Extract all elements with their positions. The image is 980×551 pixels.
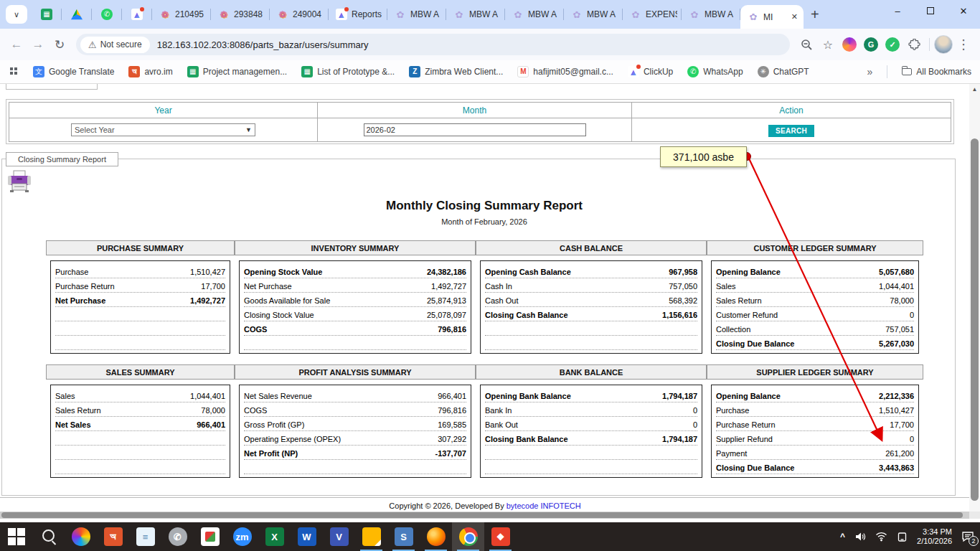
flower-icon: ✿	[512, 9, 524, 20]
browser-tab[interactable]: ✿ MBW A	[505, 0, 564, 29]
warning-icon: ⚠	[88, 39, 97, 50]
search-button[interactable]: SEARCH	[768, 125, 814, 137]
extensions-puzzle-icon[interactable]	[903, 39, 925, 51]
browser-tab[interactable]: ✿ MBW A	[446, 0, 505, 29]
bookmark-item[interactable]: ✆ WhatsApp	[687, 66, 743, 77]
taskbar-search-icon[interactable]	[32, 522, 65, 551]
extension-mail-icon[interactable]	[839, 37, 860, 52]
back-icon[interactable]: ←	[6, 37, 27, 52]
table-row: Sales 1,044,401	[716, 278, 914, 293]
taskbar-s-app-icon[interactable]: S	[387, 522, 420, 551]
new-tab-button[interactable]: +	[804, 6, 826, 23]
table-row: Opening Balance 2,212,336	[716, 388, 914, 402]
bookmark-item[interactable]: অ avro.im	[128, 66, 172, 77]
taskbar-notepad-icon[interactable]: ≡	[129, 522, 161, 551]
apps-grid-icon[interactable]	[10, 67, 13, 70]
bookmark-item[interactable]: ✳ ChatGPT	[758, 66, 809, 77]
vertical-scrollbar[interactable]: ▲	[969, 84, 980, 512]
pinned-tab-whatsapp[interactable]: ✆	[92, 2, 122, 27]
restore-button[interactable]	[914, 0, 947, 22]
notification-center-icon[interactable]: 2	[961, 531, 974, 542]
taskbar-excel-icon[interactable]: X	[258, 522, 291, 551]
taskbar-chrome-icon[interactable]	[452, 522, 484, 551]
tray-chevron-icon[interactable]: ^	[840, 532, 845, 542]
bookmark-item[interactable]: ▦ Project managemen...	[187, 66, 287, 77]
all-bookmarks-button[interactable]: All Bookmarks	[902, 67, 971, 77]
close-button[interactable]: ✕	[947, 0, 980, 22]
section-header: PURCHASE SUMMARY	[46, 240, 235, 255]
forward-icon[interactable]: →	[27, 37, 49, 52]
reload-icon[interactable]: ↻	[49, 37, 70, 52]
pinned-tab-drive[interactable]	[62, 2, 92, 27]
taskbar-image-viewer-icon[interactable]	[194, 522, 226, 551]
extension-grammarly-icon[interactable]: G	[860, 37, 882, 52]
browser-tab[interactable]: ✿ EXPENS	[623, 0, 682, 29]
bookmark-star-icon[interactable]: ☆	[817, 38, 839, 52]
row-label: Closing Stock Value	[244, 311, 314, 319]
whatsapp-icon: ✆	[101, 9, 113, 20]
month-input[interactable]	[364, 123, 586, 136]
zoom-page-icon[interactable]	[796, 39, 817, 51]
clickup-icon: ▲	[131, 9, 143, 20]
drive-icon	[71, 9, 83, 20]
minimize-button[interactable]: –	[881, 0, 914, 22]
browser-tab[interactable]: ❁ 293848	[211, 0, 270, 29]
taskbar-firefox-icon[interactable]	[420, 522, 452, 551]
security-chip[interactable]: ⚠ Not secure	[80, 37, 150, 53]
taskbar-avro-keyboard-icon[interactable]: অ	[97, 522, 129, 551]
taskbar-copilot-icon[interactable]	[65, 522, 97, 551]
tab-title: 293848	[234, 9, 265, 19]
tray-device-icon[interactable]	[897, 532, 908, 542]
tab-close-icon[interactable]: ✕	[790, 12, 799, 22]
browser-tab[interactable]: ✿ MBW A	[682, 0, 740, 29]
extension-leaf-icon[interactable]: ✓	[882, 37, 903, 52]
browser-tab[interactable]: ❁ 210495	[152, 0, 211, 29]
browser-tab[interactable]: ✿ MBW A	[564, 0, 623, 29]
browser-tab[interactable]: ❁ 249004	[270, 0, 329, 29]
browser-tab[interactable]: ✿ MBW A	[387, 0, 446, 29]
taskbar-zoom-icon[interactable]: zm	[226, 522, 258, 551]
bookmark-item[interactable]: 文 Google Translate	[33, 66, 114, 77]
vertical-scroll-thumb[interactable]	[971, 138, 979, 501]
pinned-tab-clickup[interactable]: ▲	[122, 2, 152, 27]
section-header: BANK BALANCE	[476, 364, 707, 380]
scroll-up-arrow-icon[interactable]: ▲	[969, 86, 980, 93]
bookmark-item[interactable]: ▦ List of Prototype &...	[301, 66, 395, 77]
bookmark-item[interactable]: ▲ ClickUp	[628, 66, 673, 77]
browser-tab-active[interactable]: ✿ MI ✕	[740, 5, 804, 29]
table-row: Cash In 757,050	[485, 278, 697, 293]
row-value: 1,044,401	[879, 282, 914, 291]
volume-icon[interactable]	[854, 531, 866, 542]
horizontal-scroll-thumb[interactable]	[1, 512, 963, 518]
pinned-tab-sheets[interactable]: ▦	[32, 2, 62, 27]
bookmark-item[interactable]: Z Zimbra Web Client...	[409, 66, 503, 77]
table-row	[55, 321, 225, 336]
bookmarks-overflow-chevron[interactable]: »	[867, 66, 873, 77]
section-header: PROFIT ANALYSIS SUMMARY	[235, 364, 476, 380]
horizontal-scrollbar[interactable]	[0, 512, 969, 519]
row-value: 757,050	[669, 282, 697, 291]
page-footer: Copyright © 2026, Developed By bytecode …	[0, 497, 970, 510]
bookmark-item[interactable]: M hafijmit05@gmail.c...	[517, 66, 613, 77]
taskbar-start-icon[interactable]	[0, 522, 32, 551]
copyright-text: Copyright © 2026, Developed By	[389, 501, 506, 510]
table-row	[485, 336, 697, 350]
developer-link[interactable]: bytecode INFOTECH	[507, 501, 581, 510]
tab-search-chevron-icon[interactable]: ∨	[6, 5, 27, 24]
taskbar-visio-icon[interactable]: V	[323, 522, 355, 551]
year-select[interactable]: Select Year ▼	[71, 123, 255, 136]
taskbar-sticky-notes-icon[interactable]	[355, 522, 387, 551]
address-bar[interactable]: ⚠ Not secure 182.163.102.203:8086/parts_…	[76, 34, 790, 55]
browser-tab[interactable]: ▲ Reports	[329, 0, 387, 29]
taskbar-clock[interactable]: 3:34 PM 2/10/2026	[917, 527, 952, 546]
wifi-icon[interactable]	[875, 532, 887, 542]
row-label: COGS	[244, 325, 267, 334]
taskbar-screen-tool-icon[interactable]: ❖	[484, 522, 517, 551]
taskbar-whatsapp-desktop-icon[interactable]: ✆	[161, 522, 194, 551]
print-icon[interactable]	[6, 170, 33, 197]
taskbar-word-icon[interactable]: W	[291, 522, 323, 551]
table-row: Closing Stock Value 25,078,097	[244, 307, 466, 321]
browser-menu-icon[interactable]: ⋮	[953, 37, 974, 52]
bookmark-label: ChatGPT	[773, 67, 809, 77]
profile-avatar[interactable]	[934, 35, 953, 54]
